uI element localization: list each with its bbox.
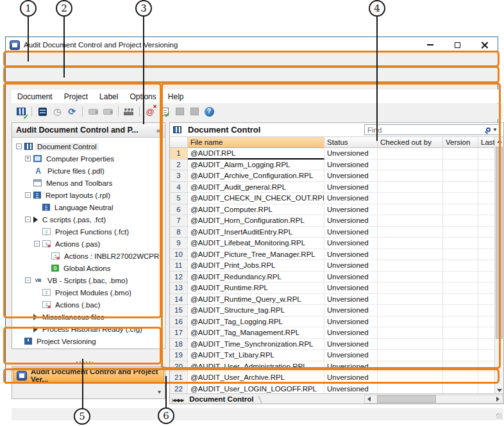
status-cell[interactable]: Unversioned (324, 327, 378, 339)
file-name-cell[interactable]: @AUDIT_Runtime_Query_w.RPL (188, 294, 324, 306)
status-cell[interactable]: Unversioned (324, 193, 378, 204)
column-header[interactable]: Status (324, 137, 378, 148)
row-number-cell[interactable]: 3 (170, 170, 188, 182)
status-cell[interactable]: Unversioned (324, 350, 378, 361)
version-cell[interactable] (443, 272, 478, 283)
file-name-cell[interactable]: @AUDIT_Structure_tag.RPL (188, 305, 324, 316)
row-number-cell[interactable]: 13 (170, 283, 188, 294)
status-cell[interactable]: Unversioned (324, 170, 378, 182)
tab-document-control[interactable]: Document Control (184, 395, 260, 403)
last-cell[interactable] (478, 238, 496, 249)
checked-out-by-cell[interactable] (378, 305, 443, 316)
last-cell[interactable] (478, 249, 496, 261)
last-cell[interactable] (478, 305, 496, 316)
checked-out-by-cell[interactable] (378, 372, 443, 384)
menu-item-document[interactable]: Document (12, 92, 58, 101)
checked-out-by-cell[interactable] (378, 215, 443, 227)
last-cell[interactable] (478, 339, 496, 350)
last-cell[interactable] (478, 272, 496, 283)
tree-item[interactable]: -Document Control (12, 140, 165, 152)
last-cell[interactable] (478, 182, 496, 193)
menu-item-help[interactable]: Help (162, 92, 190, 101)
file-name-cell[interactable]: @AUDIT_CHECK_IN_CHECK_OUT.RPL (188, 193, 324, 204)
version-cell[interactable] (443, 350, 478, 361)
version-cell[interactable] (443, 294, 478, 306)
tree-item[interactable]: Project Modules (.bmo) (12, 286, 165, 299)
last-cell[interactable] (478, 361, 496, 373)
last-cell[interactable] (478, 372, 496, 384)
file-name-cell[interactable]: @AUDIT_Print_Jobs.RPL (188, 260, 324, 272)
checked-out-by-cell[interactable] (378, 160, 443, 171)
version-cell[interactable] (443, 339, 478, 350)
version-cell[interactable] (443, 215, 478, 227)
last-cell[interactable] (478, 294, 496, 306)
file-name-cell[interactable]: @AUDIT_Computer.RPL (188, 204, 324, 216)
find-box[interactable]: ▼ (364, 124, 500, 135)
menu-item-label[interactable]: Label (94, 92, 124, 101)
version-cell[interactable] (443, 361, 478, 373)
last-cell[interactable] (478, 350, 496, 361)
file-name-cell[interactable]: @AUDIT_Tag_Management.RPL (188, 327, 324, 339)
title-bar[interactable]: Audit Document Control and Project Versi… (6, 37, 498, 53)
last-cell[interactable] (478, 160, 496, 171)
scroll-left-button[interactable] (365, 395, 373, 403)
column-header[interactable]: File name (188, 137, 324, 148)
collapse-panel-button[interactable]: « (156, 126, 161, 135)
status-cell[interactable]: Unversioned (324, 238, 378, 249)
help-icon[interactable] (203, 106, 215, 117)
last-cell[interactable] (478, 327, 496, 339)
checked-out-by-cell[interactable] (378, 283, 443, 294)
document-control-view-icon[interactable] (15, 106, 28, 117)
status-cell[interactable]: Unversioned (324, 272, 378, 283)
tree-item[interactable]: Language Neutral (12, 201, 165, 213)
checked-out-by-cell[interactable] (378, 249, 443, 261)
version-cell[interactable] (443, 170, 478, 182)
row-number-cell[interactable]: 8 (170, 227, 188, 238)
status-cell[interactable]: Unversioned (324, 260, 378, 272)
shortcut-dropdown-icon[interactable]: ▾ (158, 388, 161, 395)
version-cell[interactable] (443, 160, 478, 171)
last-cell[interactable] (478, 316, 496, 328)
last-cell[interactable] (478, 204, 496, 216)
tree-item[interactable]: +Computer Properties (12, 152, 165, 165)
version-cell[interactable] (443, 327, 478, 339)
expand-toggle[interactable]: - (16, 143, 22, 149)
file-name-cell[interactable]: @AUDIT_Redundancy.RPL (188, 272, 324, 283)
last-cell[interactable] (478, 215, 496, 227)
column-header[interactable]: Version (443, 137, 478, 148)
file-name-cell[interactable]: @AUDIT_Archive_Configuration.RPL (188, 170, 324, 182)
cancel-checkout-icon[interactable]: @ (144, 106, 156, 117)
last-cell[interactable] (478, 193, 496, 204)
status-cell[interactable]: Unversioned (324, 249, 378, 261)
row-number-cell[interactable]: 19 (170, 350, 188, 361)
file-name-cell[interactable]: @AUDIT_User_Archive.RPL (188, 372, 324, 384)
version-cell[interactable] (443, 204, 478, 216)
vertical-scrollbar[interactable] (494, 137, 503, 395)
tree-item[interactable]: Actions (.bac) (12, 299, 165, 311)
find-input[interactable] (367, 126, 484, 134)
row-number-cell[interactable]: 12 (170, 272, 188, 283)
tree-item[interactable]: -C scripts (.pas, .fct) (12, 213, 165, 225)
horizontal-scrollbar-thumb[interactable] (377, 395, 436, 403)
tree-item[interactable]: Miscellaneous files (12, 311, 165, 323)
row-number-cell[interactable]: 14 (170, 294, 188, 306)
refresh-icon[interactable]: ⟳ (65, 106, 78, 117)
row-number-cell[interactable]: 1 (170, 148, 188, 160)
close-button[interactable] (480, 40, 489, 49)
column-header[interactable]: Checked out by (378, 137, 443, 148)
file-name-cell[interactable]: @AUDIT_Runtime.RPL (188, 283, 324, 294)
status-cell[interactable]: Unversioned (324, 215, 378, 227)
status-cell[interactable]: Unversioned (324, 204, 378, 216)
resize-grip-icon[interactable] (496, 413, 502, 419)
shortcut-bar[interactable]: Audit Document Control and Project Ver..… (13, 368, 164, 383)
tree-item[interactable]: Process Historian Ready (.cfg) (12, 323, 165, 335)
expand-toggle[interactable]: - (25, 217, 31, 222)
minimize-button[interactable] (426, 40, 435, 49)
checked-out-by-cell[interactable] (378, 182, 443, 193)
checked-out-by-cell[interactable] (378, 227, 443, 238)
search-icon[interactable] (486, 127, 491, 132)
row-number-cell[interactable]: 17 (170, 327, 188, 339)
tree-item[interactable]: -Report layouts (.rpl) (12, 189, 165, 201)
row-number-cell[interactable]: 20 (170, 361, 188, 373)
version-cell[interactable] (443, 182, 478, 193)
